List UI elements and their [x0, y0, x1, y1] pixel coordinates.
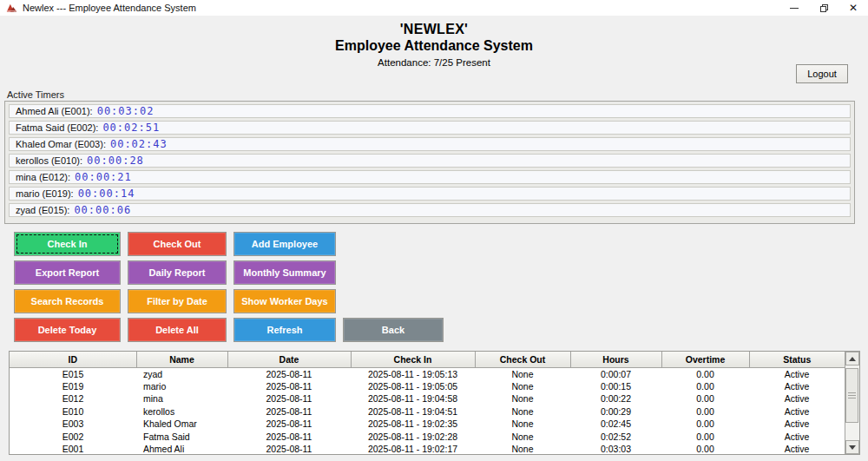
timer-value: 00:00:06 — [74, 204, 131, 216]
export-report-button[interactable]: Export Report — [14, 260, 121, 285]
attendance-table-container: IDNameDateCheck InCheck OutHoursOvertime… — [9, 351, 860, 455]
table-row[interactable]: E012 mina 2025-08-11 2025-08-11 - 19:04:… — [10, 392, 845, 405]
cell-date: 2025-08-11 — [227, 443, 351, 454]
cell-date: 2025-08-11 — [227, 405, 351, 418]
check-in-button[interactable]: Check In — [14, 232, 121, 256]
active-timers-frame: Ahmed Ali (E001): 00:03:02 Fatma Said (E… — [4, 101, 855, 224]
cell-check-out: None — [475, 431, 570, 444]
cell-date: 2025-08-11 — [227, 418, 351, 431]
table-scrollbar[interactable] — [845, 352, 859, 454]
column-header[interactable]: Status — [749, 352, 845, 367]
minimize-icon — [790, 8, 799, 9]
cell-overtime: 0.00 — [661, 418, 749, 431]
cell-id: E001 — [10, 443, 136, 454]
app-window: { "window": { "title": "Newlex --- Emplo… — [0, 0, 868, 461]
cell-overtime: 0.00 — [661, 405, 749, 418]
timer-row: Fatma Said (E002): 00:02:51 — [9, 121, 851, 135]
cell-status: Active — [749, 392, 845, 405]
delete-all-button[interactable]: Delete All — [128, 318, 227, 342]
delete-today-button[interactable]: Delete Today — [14, 318, 121, 342]
scroll-up-button[interactable] — [845, 352, 859, 366]
cell-check-out: None — [475, 392, 570, 405]
close-icon: ✕ — [849, 3, 858, 13]
cell-status: Active — [749, 418, 845, 431]
table-row[interactable]: E002 Fatma Said 2025-08-11 2025-08-11 - … — [10, 431, 845, 444]
scrollbar-track[interactable] — [845, 366, 859, 440]
close-button[interactable]: ✕ — [838, 0, 868, 16]
timer-value: 00:00:28 — [87, 155, 144, 167]
timer-label: mina (E012): — [16, 172, 70, 182]
cell-name: Ahmed Ali — [136, 443, 227, 454]
cell-check-out: None — [475, 380, 570, 393]
cell-check-out: None — [475, 443, 570, 454]
cell-check-in: 2025-08-11 - 19:02:28 — [351, 431, 475, 444]
cell-status: Active — [749, 431, 845, 444]
cell-hours: 0:00:07 — [570, 367, 661, 380]
cell-overtime: 0.00 — [661, 380, 749, 393]
active-timers-label: Active Timers — [7, 89, 64, 100]
cell-hours: 0:02:52 — [570, 431, 661, 444]
timer-value: 00:00:14 — [78, 188, 135, 200]
cell-hours: 0:02:45 — [570, 418, 661, 431]
table-row[interactable]: E010 kerollos 2025-08-11 2025-08-11 - 19… — [10, 405, 845, 418]
table-row[interactable]: E015 zyad 2025-08-11 2025-08-11 - 19:05:… — [10, 367, 845, 380]
arrow-down-icon — [849, 445, 856, 450]
timer-label: mario (E019): — [16, 188, 74, 199]
daily-report-button[interactable]: Daily Report — [128, 260, 227, 285]
cell-id: E003 — [10, 418, 136, 431]
logout-button[interactable]: Logout — [796, 64, 848, 83]
column-header[interactable]: ID — [10, 352, 136, 367]
page-title: Employee Attendance System — [0, 38, 868, 54]
column-header[interactable]: Hours — [570, 352, 661, 367]
search-records-button[interactable]: Search Records — [14, 289, 121, 313]
table-row[interactable]: E019 mario 2025-08-11 2025-08-11 - 19:05… — [10, 380, 845, 393]
cell-date: 2025-08-11 — [227, 431, 351, 444]
column-header[interactable]: Date — [227, 352, 351, 367]
refresh-button[interactable]: Refresh — [233, 318, 336, 342]
timer-label: zyad (E015): — [16, 205, 69, 215]
cell-check-out: None — [475, 418, 570, 431]
cell-status: Active — [749, 367, 845, 380]
cell-id: E019 — [10, 380, 136, 393]
timer-value: 00:00:21 — [75, 171, 132, 183]
action-buttons: Check In Check Out Add Employee Export R… — [14, 232, 444, 346]
cell-check-out: None — [475, 405, 570, 418]
cell-id: E010 — [10, 405, 136, 418]
scroll-down-button[interactable] — [845, 440, 859, 454]
back-button[interactable]: Back — [343, 318, 444, 342]
cell-check-in: 2025-08-11 - 19:04:51 — [351, 405, 475, 418]
table-row[interactable]: E003 Khaled Omar 2025-08-11 2025-08-11 -… — [10, 418, 845, 431]
cell-check-in: 2025-08-11 - 19:02:17 — [351, 443, 475, 454]
timer-row: kerollos (E010): 00:00:28 — [9, 154, 851, 168]
cell-check-in: 2025-08-11 - 19:02:35 — [351, 418, 475, 431]
show-worker-days-button[interactable]: Show Worker Days — [233, 289, 336, 313]
cell-id: E002 — [10, 431, 136, 444]
timer-row: Ahmed Ali (E001): 00:03:02 — [9, 104, 851, 118]
cell-name: Fatma Said — [136, 431, 227, 444]
column-header[interactable]: Check Out — [475, 352, 570, 367]
column-header[interactable]: Overtime — [661, 352, 749, 367]
restore-icon — [820, 4, 828, 12]
timer-value: 00:02:43 — [110, 138, 168, 150]
cell-date: 2025-08-11 — [227, 367, 351, 380]
timer-value: 00:02:51 — [102, 122, 160, 134]
monthly-summary-button[interactable]: Monthly Summary — [233, 260, 336, 285]
timer-row: Khaled Omar (E003): 00:02:43 — [9, 137, 851, 151]
column-header[interactable]: Check In — [351, 352, 475, 367]
table-row[interactable]: E001 Ahmed Ali 2025-08-11 2025-08-11 - 1… — [10, 443, 845, 454]
window-controls: ✕ — [779, 0, 868, 16]
column-header[interactable]: Name — [136, 352, 227, 367]
cell-id: E015 — [10, 367, 136, 380]
cell-overtime: 0.00 — [661, 392, 749, 405]
timer-label: kerollos (E010): — [16, 155, 82, 166]
check-out-button[interactable]: Check Out — [128, 232, 227, 256]
cell-name: mario — [136, 380, 227, 393]
restore-button[interactable] — [809, 0, 838, 16]
scrollbar-thumb[interactable] — [845, 368, 858, 423]
cell-status: Active — [749, 405, 845, 418]
cell-status: Active — [749, 443, 845, 454]
add-employee-button[interactable]: Add Employee — [233, 232, 336, 256]
minimize-button[interactable] — [779, 0, 809, 16]
timer-label: Ahmed Ali (E001): — [16, 106, 93, 116]
filter-by-date-button[interactable]: Filter by Date — [128, 289, 227, 313]
